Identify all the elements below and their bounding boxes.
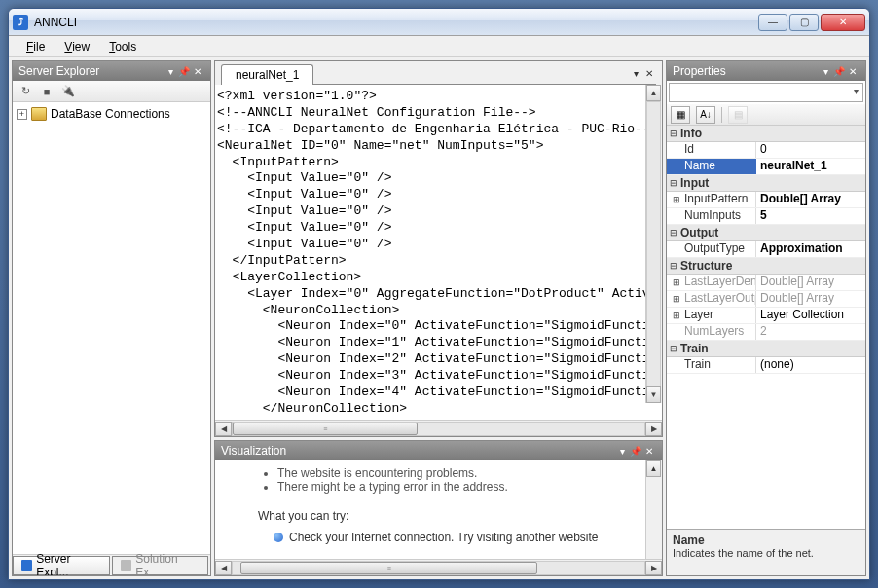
cat-output[interactable]: ⊟Output xyxy=(667,225,865,241)
scroll-left-icon[interactable]: ◀ xyxy=(215,422,232,436)
properties-header[interactable]: Properties ▾ 📌 ✕ xyxy=(667,61,865,81)
tab-close-icon[interactable]: ✕ xyxy=(642,63,656,85)
row-name[interactable]: NameneuralNet_1 xyxy=(667,159,865,175)
properties-panel: Properties ▾ 📌 ✕ ▦ A↓ ▤ ⊟Info Id0 Namene… xyxy=(666,60,866,576)
info-icon xyxy=(274,533,283,542)
categorize-button[interactable]: ▦ xyxy=(671,106,690,124)
close-panel-icon[interactable]: ✕ xyxy=(191,66,204,77)
property-description: Name Indicates the name of the net. xyxy=(667,529,865,575)
vis-hscroll-thumb[interactable]: ≡ xyxy=(240,562,537,574)
vertical-scrollbar[interactable]: ▲ ▼ xyxy=(645,85,662,403)
server-explorer-toolbar: ↻ ■ 🔌 xyxy=(13,81,210,102)
row-numlayers[interactable]: NumLayers2 xyxy=(667,324,865,341)
sort-button[interactable]: A↓ xyxy=(696,106,715,124)
cat-info[interactable]: ⊟Info xyxy=(667,126,865,142)
tab-dropdown-icon[interactable]: ▾ xyxy=(629,63,642,85)
scroll-right-icon[interactable]: ▶ xyxy=(645,561,662,575)
menu-file[interactable]: File xyxy=(17,38,55,55)
server-tree[interactable]: + DataBase Connections xyxy=(13,102,210,554)
scroll-left-icon[interactable]: ◀ xyxy=(215,561,232,575)
vis-hscroll-track[interactable]: ≡ xyxy=(232,561,645,575)
tab-server-explorer[interactable]: Server Expl... xyxy=(13,556,110,575)
horizontal-scrollbar[interactable]: ◀ ≡ ▶ xyxy=(215,420,662,436)
vis-vscroll[interactable]: ▲ xyxy=(645,460,662,559)
scroll-up-icon[interactable]: ▲ xyxy=(646,460,661,477)
cat-structure[interactable]: ⊟Structure xyxy=(667,258,865,275)
workspace: Server Explorer ▾ 📌 ✕ ↻ ■ 🔌 + DataBase C… xyxy=(9,57,869,579)
visualization-body: The website is encountering problems. Th… xyxy=(215,460,662,559)
expand-icon[interactable]: + xyxy=(17,109,27,120)
solution-icon xyxy=(121,560,131,571)
server-explorer-header[interactable]: Server Explorer ▾ 📌 ✕ xyxy=(13,61,210,81)
row-id[interactable]: Id0 xyxy=(667,142,865,159)
row-inputpattern[interactable]: ⊞InputPatternDouble[] Array xyxy=(667,192,865,208)
vis-hscroll[interactable]: ◀ ≡ ▶ xyxy=(215,559,662,575)
dropdown-icon[interactable]: ▾ xyxy=(615,446,629,457)
vis-try-label: What you can try: xyxy=(258,509,642,523)
pin-icon[interactable]: 📌 xyxy=(832,66,846,77)
tree-node-database[interactable]: + DataBase Connections xyxy=(17,106,206,122)
scroll-right-icon[interactable]: ▶ xyxy=(645,422,662,436)
row-lastlayerout[interactable]: ⊞LastLayerOutpDouble[] Array xyxy=(667,291,865,308)
window-title: ANNCLI xyxy=(34,16,758,29)
titlebar[interactable]: ⤴ ANNCLI — ▢ ✕ xyxy=(9,9,869,36)
scroll-up-icon[interactable]: ▲ xyxy=(646,85,661,101)
vis-bullet-2: There might be a typing error in the add… xyxy=(277,480,642,494)
properties-title: Properties xyxy=(673,64,726,78)
dropdown-icon[interactable]: ▾ xyxy=(164,66,177,77)
explorer-bottom-tabs: Server Expl... Solution Ex... xyxy=(13,554,210,575)
property-grid[interactable]: ⊟Info Id0 NameneuralNet_1 ⊟Input ⊞InputP… xyxy=(667,126,865,529)
vis-check-text: Check your Internet connection. Try visi… xyxy=(289,531,599,544)
visualization-panel: Visualization ▾ 📌 ✕ The website is encou… xyxy=(214,440,663,576)
vscroll-track[interactable] xyxy=(646,101,661,386)
menubar: File View Tools xyxy=(9,36,869,57)
close-panel-icon[interactable]: ✕ xyxy=(642,446,656,457)
editor-panel: neuralNet_1 ▾ ✕ <?xml version="1.0"?> <!… xyxy=(214,60,663,437)
desc-text: Indicates the name of the net. xyxy=(673,547,860,559)
minimize-button[interactable]: — xyxy=(758,14,787,31)
close-button[interactable]: ✕ xyxy=(821,14,865,31)
stop-button[interactable]: ■ xyxy=(38,83,55,100)
maximize-button[interactable]: ▢ xyxy=(789,14,819,31)
cat-train[interactable]: ⊟Train xyxy=(667,341,865,357)
app-icon: ⤴ xyxy=(13,15,28,30)
tree-node-label: DataBase Connections xyxy=(51,107,170,121)
cat-input[interactable]: ⊟Input xyxy=(667,175,865,192)
vis-bullet-1: The website is encountering problems. xyxy=(277,466,642,480)
row-layer[interactable]: ⊞LayerLayer Collection xyxy=(667,308,865,324)
server-explorer-title: Server Explorer xyxy=(18,64,99,78)
vis-check-row: Check your Internet connection. Try visi… xyxy=(274,531,642,544)
desc-name: Name xyxy=(673,533,860,547)
server-icon xyxy=(21,560,32,571)
tab-neuralnet1[interactable]: neuralNet_1 xyxy=(221,64,313,85)
close-panel-icon[interactable]: ✕ xyxy=(846,66,860,77)
database-icon xyxy=(31,107,47,121)
row-numinputs[interactable]: NumInputs5 xyxy=(667,208,865,225)
center-area: neuralNet_1 ▾ ✕ <?xml version="1.0"?> <!… xyxy=(214,60,663,576)
pin-icon[interactable]: 📌 xyxy=(629,446,642,457)
tab-solution-explorer[interactable]: Solution Ex... xyxy=(112,556,208,575)
refresh-button[interactable]: ↻ xyxy=(17,83,34,100)
menu-tools[interactable]: Tools xyxy=(99,38,146,55)
dropdown-icon[interactable]: ▾ xyxy=(819,66,832,77)
visualization-title: Visualization xyxy=(221,444,286,458)
hscroll-track[interactable]: ≡ xyxy=(232,422,645,436)
code-editor[interactable]: <?xml version="1.0"?> <!--ANNCLI NeuralN… xyxy=(215,85,662,420)
editor-wrap: <?xml version="1.0"?> <!--ANNCLI NeuralN… xyxy=(215,85,662,420)
row-train[interactable]: Train(none) xyxy=(667,357,865,374)
scroll-down-icon[interactable]: ▼ xyxy=(646,386,661,403)
visualization-header[interactable]: Visualization ▾ 📌 ✕ xyxy=(215,441,662,460)
property-object-selector[interactable] xyxy=(669,83,863,102)
separator xyxy=(721,107,722,123)
main-window: ⤴ ANNCLI — ▢ ✕ File View Tools Server Ex… xyxy=(8,8,870,580)
pin-icon[interactable]: 📌 xyxy=(177,66,191,77)
row-lastlayerdend[interactable]: ⊞LastLayerDendDouble[] Array xyxy=(667,275,865,291)
server-explorer-panel: Server Explorer ▾ 📌 ✕ ↻ ■ 🔌 + DataBase C… xyxy=(12,60,211,576)
properties-toolbar: ▦ A↓ ▤ xyxy=(667,104,865,126)
hscroll-thumb[interactable]: ≡ xyxy=(233,423,418,435)
editor-tabstrip: neuralNet_1 ▾ ✕ xyxy=(215,61,662,85)
menu-view[interactable]: View xyxy=(55,38,99,55)
row-outputtype[interactable]: OutputTypeApproximation xyxy=(667,241,865,258)
connect-button[interactable]: 🔌 xyxy=(59,83,77,100)
pages-button[interactable]: ▤ xyxy=(728,106,748,124)
